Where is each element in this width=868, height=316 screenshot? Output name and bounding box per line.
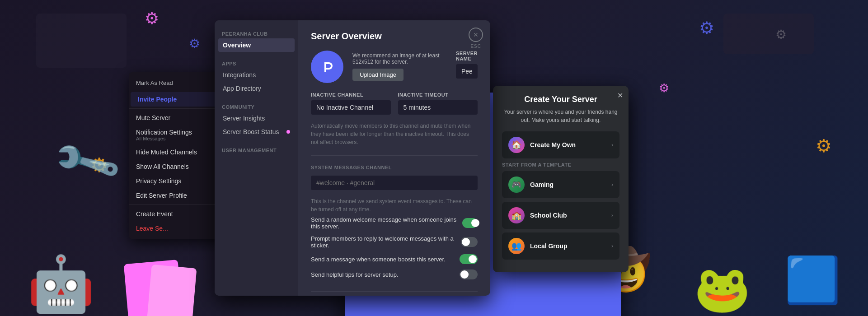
invite-people-label: Invite People <box>138 96 177 103</box>
server-settings-modal: PEERANHA CLUB Overview APPS Integrations… <box>215 20 490 296</box>
robot-character: 🤖 <box>27 252 95 316</box>
toggle-row-3: Send a message when someone boosts this … <box>311 251 478 267</box>
group-label: Local Group <box>530 242 567 250</box>
bg-panel-topright <box>723 14 814 54</box>
toggle-row-2: Prompt members to reply to welcome messa… <box>311 232 478 251</box>
system-channel-desc: This is the channel we send system event… <box>311 197 478 214</box>
settings-main-content: ✕ ESC Server Overview We recommend an im… <box>298 20 490 296</box>
create-own-label: Create My Own <box>530 141 576 149</box>
boost-dot-icon <box>286 130 290 134</box>
school-label: School Club <box>530 212 567 219</box>
gaming-label: Gaming <box>530 181 554 188</box>
toggle-4-label: Send helpful tips for server setup. <box>311 271 399 278</box>
overview-label: Overview <box>223 42 251 49</box>
inactive-timeout-label: INACTIVE TIMEOUT <box>398 92 478 98</box>
server-insights-nav-item[interactable]: Server Insights <box>218 112 295 125</box>
inactive-channel-field: INACTIVE CHANNEL No Inactive Channel <box>311 92 391 115</box>
app-directory-nav-item[interactable]: App Directory <box>218 82 295 95</box>
apps-section-label: APPS <box>218 57 295 68</box>
school-club-item[interactable]: 🏫 School Club › <box>502 202 619 229</box>
inactive-timeout-select[interactable]: 5 minutes <box>398 100 478 115</box>
system-channel-input[interactable] <box>311 176 478 190</box>
club-section-label: PEERANHA CLUB <box>218 28 295 38</box>
avatar-hint-area: We recommend an image of at least 512x51… <box>352 51 447 81</box>
server-insights-label: Server Insights <box>223 115 265 122</box>
inactive-channel-select[interactable]: No Inactive Channel <box>311 100 391 115</box>
toggle-3[interactable] <box>460 254 478 264</box>
create-server-subtitle: Your server is where you and your friend… <box>502 108 619 124</box>
gaming-template-item[interactable]: 🎮 Gaming › <box>502 171 619 198</box>
server-boost-nav-item[interactable]: Server Boost Status <box>218 125 295 139</box>
toggle-row-1: Send a random welcome message when someo… <box>311 214 478 232</box>
bg-panel-topleft <box>36 14 127 68</box>
create-server-modal: ✕ Create Your Server Your server is wher… <box>493 86 629 272</box>
section-divider-2 <box>311 291 478 292</box>
privacy-settings-label: Privacy Settings <box>136 177 181 185</box>
toggle-2[interactable] <box>461 237 478 247</box>
template-section-label: START FROM A TEMPLATE <box>502 162 619 167</box>
user-management-label: USER MANAGEMENT <box>218 144 295 155</box>
toggle-3-label: Send a message when someone boosts this … <box>311 256 446 263</box>
settings-title: Server Overview <box>311 31 478 42</box>
community-section-label: COMMUNITY <box>218 101 295 112</box>
create-event-label: Create Event <box>136 210 173 218</box>
toggle-4[interactable] <box>460 270 478 279</box>
overview-nav-item[interactable]: Overview <box>218 38 295 52</box>
decorative-box-2 <box>147 265 197 316</box>
show-all-label: Show All Channels <box>136 163 189 170</box>
settings-sidebar: PEERANHA CLUB Overview APPS Integrations… <box>215 20 298 296</box>
inactive-section: INACTIVE CHANNEL No Inactive Channel INA… <box>311 92 478 115</box>
gaming-left: 🎮 Gaming <box>508 177 554 193</box>
inactive-channel-label: INACTIVE CHANNEL <box>311 92 391 98</box>
gaming-chevron: › <box>611 181 613 188</box>
section-divider-1 <box>311 155 478 156</box>
frog-character: 🐸 <box>694 263 751 316</box>
create-server-title: Create Your Server <box>502 95 619 104</box>
avatar-hint-text: We recommend an image of at least 512x51… <box>352 51 447 65</box>
create-own-item[interactable]: 🏠 Create My Own › <box>502 131 619 158</box>
gaming-icon: 🎮 <box>508 177 525 193</box>
integrations-nav-item[interactable]: Integrations <box>218 68 295 82</box>
local-group-item[interactable]: 👥 Local Group › <box>502 232 619 260</box>
toggle-row-4: Send helpful tips for server setup. <box>311 267 478 282</box>
school-chevron: › <box>611 212 613 218</box>
toggle-1[interactable] <box>462 218 478 228</box>
server-header-section: We recommend an image of at least 512x51… <box>311 51 478 83</box>
server-boost-label: Server Boost Status <box>223 128 279 135</box>
server-name-field: SERVER NAME <box>456 51 478 79</box>
create-own-icon: 🏠 <box>508 137 525 153</box>
group-chevron: › <box>611 243 613 249</box>
notification-settings-label: Notification Settings <box>136 129 192 136</box>
mute-server-label: Mute Server <box>136 114 170 121</box>
toggle-2-label: Prompt members to reply to welcome messa… <box>311 235 461 249</box>
esc-label: ESC <box>470 44 481 49</box>
edit-profile-label: Edit Server Profile <box>136 192 187 199</box>
toggle-1-label: Send a random welcome message when someo… <box>311 216 462 230</box>
hide-muted-label: Hide Muted Channels <box>136 149 197 156</box>
server-avatar <box>311 51 343 83</box>
svg-point-0 <box>318 58 336 76</box>
create-own-left: 🏠 Create My Own <box>508 137 576 153</box>
upload-image-button[interactable]: Upload Image <box>352 69 404 81</box>
leave-server-label: Leave Se... <box>136 225 168 232</box>
create-own-chevron: › <box>611 142 613 148</box>
close-button[interactable]: ✕ <box>469 28 483 42</box>
app-directory-label: App Directory <box>223 85 261 92</box>
notification-sub-label: All Messages <box>136 136 192 141</box>
server-name-input[interactable] <box>456 64 478 79</box>
inactive-description: Automatically move members to this chann… <box>311 122 478 146</box>
server-name-label: SERVER NAME <box>456 51 478 61</box>
inactive-timeout-field: INACTIVE TIMEOUT 5 minutes <box>398 92 478 115</box>
school-left: 🏫 School Club <box>508 207 567 223</box>
group-left: 👥 Local Group <box>508 238 567 254</box>
mark-as-read-label: Mark As Read <box>136 79 173 86</box>
create-server-close-button[interactable]: ✕ <box>617 91 623 100</box>
school-icon: 🏫 <box>508 207 525 223</box>
system-messages-title: SYSTEM MESSAGES CHANNEL <box>311 165 478 170</box>
integrations-label: Integrations <box>223 71 256 79</box>
group-icon: 👥 <box>508 238 525 254</box>
discord-character: 🟦 <box>784 254 841 307</box>
